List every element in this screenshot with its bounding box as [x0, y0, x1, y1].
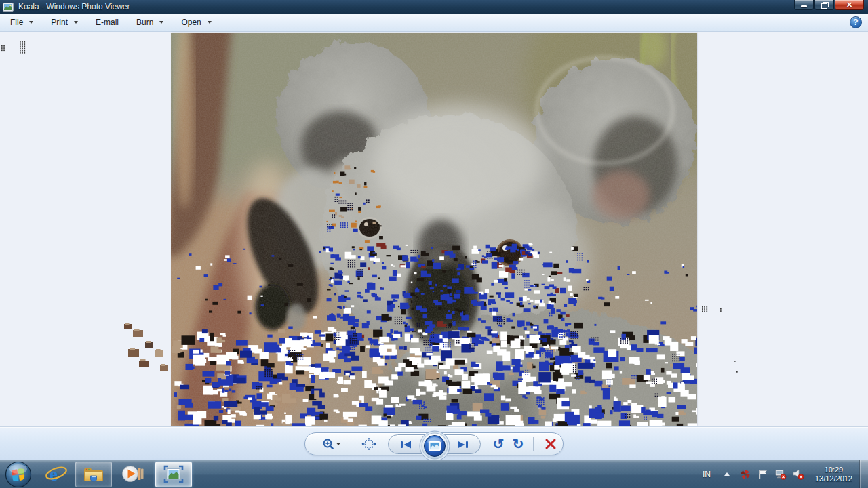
close-button[interactable]: ✕ — [835, 0, 864, 10]
menu-email[interactable]: E-mail — [96, 18, 119, 27]
play-slideshow-button[interactable] — [419, 430, 450, 462]
photo-viewer-taskbar-icon — [163, 465, 184, 483]
tray-volume-muted-icon[interactable] — [792, 468, 804, 481]
help-icon[interactable]: ? — [850, 16, 862, 28]
taskbar-windows-photo-viewer[interactable] — [155, 462, 192, 487]
next-icon — [455, 439, 470, 450]
photo-viewer-icon — [3, 3, 14, 12]
previous-button[interactable] — [393, 435, 420, 454]
taskbar-windows-media-player[interactable] — [116, 461, 150, 488]
clock-date: 13/12/2012 — [815, 474, 852, 483]
show-desktop-button[interactable] — [859, 460, 868, 488]
taskbar-internet-explorer[interactable]: e — [43, 461, 70, 488]
minimize-icon — [801, 5, 807, 7]
media-player-icon — [121, 464, 145, 485]
next-button[interactable] — [449, 435, 476, 454]
chevron-down-icon — [208, 21, 212, 24]
system-tray: IN — [696, 460, 868, 488]
magnifier-icon — [321, 438, 342, 450]
rotate-counterclockwise-button[interactable]: ↺ — [489, 434, 507, 453]
zoom-button[interactable] — [317, 434, 347, 453]
tray-action-center-icon[interactable] — [757, 468, 769, 481]
taskbar-clock[interactable]: 10:29 13/12/2012 — [815, 466, 852, 483]
menu-burn[interactable]: Burn — [136, 18, 163, 27]
start-button[interactable] — [5, 461, 32, 488]
chevron-down-icon — [74, 21, 78, 24]
viewer-client-area — [0, 32, 868, 427]
menu-file[interactable]: File — [10, 18, 33, 27]
koala-photo — [171, 33, 697, 426]
restore-icon — [821, 2, 828, 8]
minimize-button[interactable] — [794, 0, 814, 10]
navigation-group — [388, 434, 481, 454]
window-controls: ✕ — [793, 0, 864, 10]
rotate-cw-icon: ↻ — [513, 436, 524, 452]
tray-network-icon[interactable] — [774, 468, 787, 481]
internet-explorer-icon: e — [45, 464, 68, 485]
taskbar-windows-explorer[interactable] — [75, 462, 112, 487]
menu-open[interactable]: Open — [181, 18, 211, 27]
toolbar-divider — [533, 437, 534, 451]
previous-icon — [399, 439, 414, 450]
taskbar: e — [0, 460, 868, 488]
actual-size-button[interactable] — [359, 434, 378, 453]
tray-antivirus-icon[interactable] — [739, 468, 751, 481]
show-hidden-icons-button[interactable] — [722, 469, 732, 480]
windows-logo-icon — [5, 461, 32, 488]
rotate-clockwise-button[interactable]: ↻ — [509, 434, 527, 453]
desktop: Koala - Windows Photo Viewer ✕ File Prin… — [0, 0, 868, 488]
restore-button[interactable] — [814, 0, 834, 10]
window-title: Koala - Windows Photo Viewer — [18, 0, 130, 14]
rotate-ccw-icon: ↺ — [492, 436, 504, 452]
menu-print[interactable]: Print — [51, 18, 78, 27]
language-indicator[interactable]: IN — [696, 470, 717, 479]
chevron-up-icon — [724, 472, 730, 476]
slideshow-icon — [419, 430, 450, 462]
folder-icon — [82, 465, 105, 484]
chevron-down-icon — [159, 21, 163, 24]
delete-button[interactable] — [539, 434, 563, 453]
close-icon: ✕ — [846, 1, 852, 9]
menu-bar: File Print E-mail Burn Open ? — [0, 14, 868, 32]
title-bar: Koala - Windows Photo Viewer ✕ — [0, 0, 868, 14]
chevron-down-icon — [29, 21, 33, 24]
viewer-bottom-chrome: ↺ ↻ — [0, 427, 868, 460]
viewer-toolbar: ↺ ↻ — [304, 432, 564, 455]
delete-icon — [545, 438, 557, 450]
clock-time: 10:29 — [815, 466, 852, 474]
actual-size-icon — [361, 437, 376, 451]
